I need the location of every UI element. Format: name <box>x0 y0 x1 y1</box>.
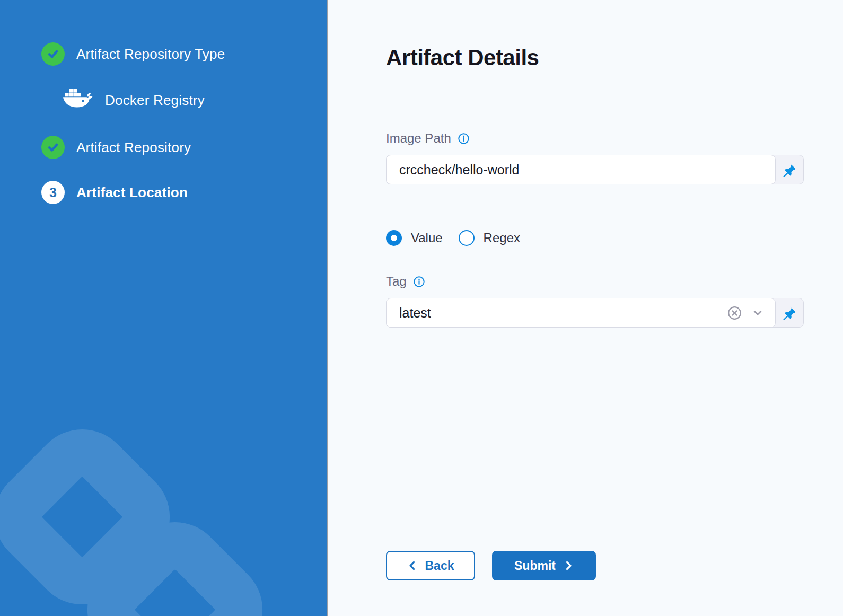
image-path-label-row: Image Path <box>386 130 843 146</box>
sidebar-step-artifact-location[interactable]: 3 Artifact Location <box>41 181 327 204</box>
image-path-input-group <box>386 155 804 184</box>
chevron-left-icon <box>407 560 418 571</box>
sidebar-step-artifact-repository[interactable]: Artifact Repository <box>41 136 327 159</box>
page-title: Artifact Details <box>386 45 843 71</box>
step-complete-icon <box>41 42 65 66</box>
pin-icon <box>782 306 796 320</box>
submit-button[interactable]: Submit <box>492 551 596 580</box>
wizard-sidebar: Artifact Repository Type Docker Registry <box>0 0 327 616</box>
image-path-label: Image Path <box>386 130 451 146</box>
radio-label: Regex <box>484 231 520 245</box>
value-type-radio-group: Value Regex <box>386 229 843 247</box>
clear-icon[interactable] <box>727 305 742 321</box>
radio-selected-icon[interactable] <box>386 230 402 246</box>
wizard-footer-buttons: Back Submit <box>386 551 843 580</box>
info-icon[interactable] <box>413 276 425 288</box>
step-label: Artifact Repository <box>76 139 191 156</box>
check-icon <box>46 47 60 61</box>
tag-field[interactable] <box>386 298 776 328</box>
sidebar-step-docker-registry: Docker Registry <box>60 87 327 113</box>
info-icon[interactable] <box>458 133 470 145</box>
step-number-badge: 3 <box>41 181 65 204</box>
step-complete-icon <box>41 136 65 159</box>
radio-unselected-icon[interactable] <box>459 230 475 246</box>
tag-label: Tag <box>386 274 407 289</box>
image-path-input[interactable] <box>399 162 765 178</box>
docker-icon <box>60 87 93 113</box>
sidebar-step-artifact-repository-type[interactable]: Artifact Repository Type <box>41 42 327 66</box>
radio-option-regex[interactable]: Regex <box>459 230 520 246</box>
submit-button-label: Submit <box>514 559 556 573</box>
pin-icon <box>782 163 796 177</box>
harness-logo-watermark <box>0 351 327 616</box>
chevron-down-icon[interactable] <box>751 306 765 320</box>
back-button-label: Back <box>425 559 454 573</box>
tag-label-row: Tag <box>386 274 843 289</box>
artifact-details-panel: Artifact Details Image Path Value Re <box>328 0 843 616</box>
back-button[interactable]: Back <box>386 551 475 580</box>
tag-pin-button[interactable] <box>775 298 803 327</box>
step-label: Artifact Repository Type <box>76 46 225 63</box>
image-path-pin-button[interactable] <box>775 155 803 184</box>
tag-input-group <box>386 298 804 328</box>
chevron-right-icon <box>563 560 574 571</box>
step-label-active: Artifact Location <box>76 184 188 201</box>
radio-label: Value <box>411 231 443 245</box>
check-icon <box>46 140 60 154</box>
radio-option-value[interactable]: Value <box>386 230 443 246</box>
step-selection-label: Docker Registry <box>105 92 205 109</box>
image-path-field[interactable] <box>386 155 776 184</box>
tag-input[interactable] <box>399 305 727 321</box>
